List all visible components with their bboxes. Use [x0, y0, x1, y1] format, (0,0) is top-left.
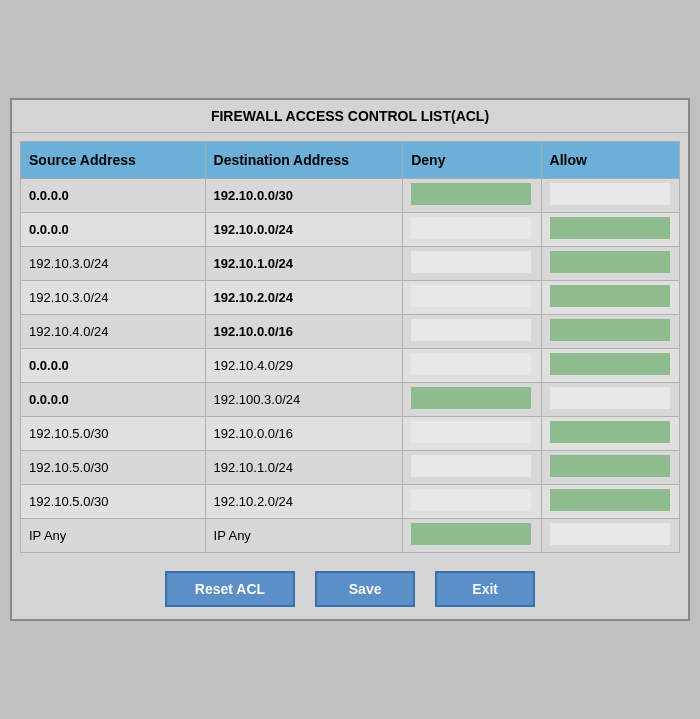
allow-cell[interactable] [541, 281, 679, 315]
allow-cell[interactable] [541, 179, 679, 213]
table-row: 192.10.5.0/30192.10.1.0/24 [21, 451, 680, 485]
destination-cell: 192.10.2.0/24 [205, 485, 403, 519]
deny-cell[interactable] [403, 315, 541, 349]
deny-cell[interactable] [403, 349, 541, 383]
destination-cell: 192.10.0.0/30 [205, 179, 403, 213]
source-cell: 192.10.5.0/30 [21, 451, 206, 485]
firewall-acl-window: FIREWALL ACCESS CONTROL LIST(ACL) Source… [10, 98, 690, 621]
allow-cell[interactable] [541, 519, 679, 553]
deny-cell[interactable] [403, 519, 541, 553]
allow-cell[interactable] [541, 213, 679, 247]
allow-cell[interactable] [541, 349, 679, 383]
table-row: 0.0.0.0192.10.0.0/24 [21, 213, 680, 247]
deny-cell[interactable] [403, 281, 541, 315]
table-row: 0.0.0.0192.10.4.0/29 [21, 349, 680, 383]
table-row: 0.0.0.0192.10.0.0/30 [21, 179, 680, 213]
destination-cell: 192.10.0.0/24 [205, 213, 403, 247]
destination-cell: 192.100.3.0/24 [205, 383, 403, 417]
allow-cell[interactable] [541, 485, 679, 519]
deny-cell[interactable] [403, 417, 541, 451]
destination-cell: 192.10.1.0/24 [205, 451, 403, 485]
footer-buttons: Reset ACL Save Exit [12, 561, 688, 619]
header-source: Source Address [21, 142, 206, 179]
source-cell: IP Any [21, 519, 206, 553]
deny-cell[interactable] [403, 383, 541, 417]
table-row: 0.0.0.0192.100.3.0/24 [21, 383, 680, 417]
header-destination: Destination Address [205, 142, 403, 179]
save-button[interactable]: Save [315, 571, 415, 607]
deny-cell[interactable] [403, 179, 541, 213]
deny-cell[interactable] [403, 247, 541, 281]
destination-cell: 192.10.0.0/16 [205, 417, 403, 451]
allow-cell[interactable] [541, 315, 679, 349]
header-deny: Deny [403, 142, 541, 179]
source-cell: 0.0.0.0 [21, 349, 206, 383]
deny-cell[interactable] [403, 213, 541, 247]
table-row: 192.10.3.0/24192.10.1.0/24 [21, 247, 680, 281]
allow-cell[interactable] [541, 247, 679, 281]
table-row: IP AnyIP Any [21, 519, 680, 553]
source-cell: 192.10.5.0/30 [21, 417, 206, 451]
source-cell: 192.10.5.0/30 [21, 485, 206, 519]
source-cell: 0.0.0.0 [21, 179, 206, 213]
allow-cell[interactable] [541, 383, 679, 417]
destination-cell: 192.10.0.0/16 [205, 315, 403, 349]
source-cell: 192.10.3.0/24 [21, 281, 206, 315]
destination-cell: 192.10.4.0/29 [205, 349, 403, 383]
source-cell: 0.0.0.0 [21, 383, 206, 417]
destination-cell: IP Any [205, 519, 403, 553]
destination-cell: 192.10.1.0/24 [205, 247, 403, 281]
source-cell: 192.10.3.0/24 [21, 247, 206, 281]
table-container: Source Address Destination Address Deny … [12, 133, 688, 561]
deny-cell[interactable] [403, 485, 541, 519]
reset-acl-button[interactable]: Reset ACL [165, 571, 295, 607]
destination-cell: 192.10.2.0/24 [205, 281, 403, 315]
exit-button[interactable]: Exit [435, 571, 535, 607]
table-body: 0.0.0.0192.10.0.0/300.0.0.0192.10.0.0/24… [21, 179, 680, 553]
source-cell: 192.10.4.0/24 [21, 315, 206, 349]
table-row: 192.10.5.0/30192.10.0.0/16 [21, 417, 680, 451]
table-row: 192.10.3.0/24192.10.2.0/24 [21, 281, 680, 315]
deny-cell[interactable] [403, 451, 541, 485]
table-header-row: Source Address Destination Address Deny … [21, 142, 680, 179]
allow-cell[interactable] [541, 417, 679, 451]
table-row: 192.10.5.0/30192.10.2.0/24 [21, 485, 680, 519]
source-cell: 0.0.0.0 [21, 213, 206, 247]
table-row: 192.10.4.0/24192.10.0.0/16 [21, 315, 680, 349]
acl-table: Source Address Destination Address Deny … [20, 141, 680, 553]
header-allow: Allow [541, 142, 679, 179]
allow-cell[interactable] [541, 451, 679, 485]
window-title: FIREWALL ACCESS CONTROL LIST(ACL) [12, 100, 688, 133]
